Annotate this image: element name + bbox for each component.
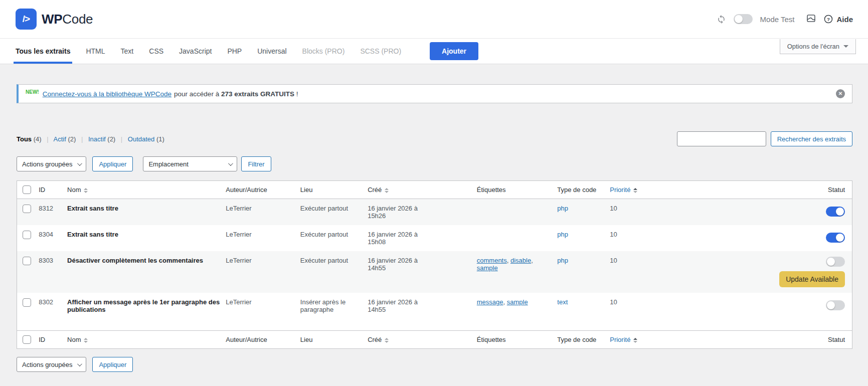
view-separator: | [81,135,83,143]
snippet-type-tabs: Tous les extraits HTML Text CSS JavaScri… [0,39,868,64]
brand-code: Code [62,12,93,27]
sync-icon[interactable] [717,15,726,24]
status-toggle[interactable] [826,207,845,217]
tab-scss-pro[interactable]: SCSS (PRO) [360,39,401,64]
column-statut: Statut [779,181,852,199]
row-checkbox[interactable] [23,205,31,213]
view-inactif-count: (2) [107,135,115,143]
select-all-checkbox[interactable] [23,185,31,194]
column-auteur: Auteur/Autrice [226,331,300,349]
code-type-link[interactable]: php [557,257,568,264]
tab-javascript[interactable]: JavaScript [179,39,212,64]
apply-button[interactable]: Appliquer [92,156,133,171]
column-id: ID [39,181,67,199]
snippet-title-link[interactable]: Extrait sans titre [67,231,118,238]
sort-icon [385,338,389,343]
inbox-icon[interactable] [806,13,816,25]
row-checkbox[interactable] [23,231,31,239]
dismiss-notice-icon[interactable]: ✕ [836,89,845,98]
cell-priority: 10 [610,225,779,251]
new-badge: NEW! [26,89,39,95]
tag-link[interactable]: sample [477,264,498,272]
notice-text: pour accéder à 273 extraits GRATUITS ! [174,90,298,98]
code-type-link[interactable]: text [557,298,568,306]
status-toggle[interactable] [826,233,845,243]
search-snippets-button[interactable]: Rechercher des extraits [771,131,852,146]
code-type-link[interactable]: php [557,205,568,212]
bulk-actions-select-bottom[interactable]: Actions groupées [17,357,86,372]
column-type-de-code: Type de code [557,181,610,199]
column-priorite[interactable]: Priorité [610,181,779,199]
location-filter-value: Emplacement [148,160,188,168]
table-header-row: ID Nom Auteur/Autrice Lieu Créé Étiquett… [17,181,852,199]
wpcode-logo-icon: /> [16,9,37,30]
view-outdated[interactable]: Outdated [128,135,155,143]
list-view-filters: Tous (4) | Actif (2) | Inactif (2) | Out… [17,135,164,143]
row-checkbox[interactable] [23,257,31,265]
table-row: 8312 Extrait sans titre LeTerrier Exécut… [17,199,852,226]
view-inactif[interactable]: Inactif [88,135,106,143]
snippet-title-link[interactable]: Extrait sans titre [67,205,118,212]
cell-location: Exécuter partout [300,225,368,251]
tab-blocks-pro[interactable]: Blocks (PRO) [302,39,345,64]
column-nom[interactable]: Nom [67,331,226,349]
wpcode-logo: /> WPCode [16,9,93,30]
column-lieu: Lieu [300,181,368,199]
tab-universal[interactable]: Universal [257,39,286,64]
tab-html[interactable]: HTML [86,39,105,64]
snippet-title-link[interactable]: Désactiver complètement les commentaires [67,257,203,264]
update-available-button[interactable]: Update Available [779,271,845,287]
column-cree[interactable]: Créé [368,181,477,199]
status-toggle[interactable] [826,300,845,310]
sort-icon [84,338,88,343]
cell-id: 8312 [39,199,67,226]
notice-text-bold: 273 extraits GRATUITS [221,90,294,98]
location-filter-select[interactable]: Emplacement [143,156,237,171]
cell-author: LeTerrier [226,199,300,226]
column-cree[interactable]: Créé [368,331,477,349]
view-tous[interactable]: Tous [17,135,32,143]
cell-author: LeTerrier [226,251,300,293]
select-all-checkbox[interactable] [23,335,31,344]
filter-button[interactable]: Filtrer [241,156,271,171]
screen-options-button[interactable]: Options de l'écran [780,39,856,54]
column-etiquettes: Étiquettes [477,331,558,349]
mode-test-toggle[interactable] [734,14,753,24]
view-separator: | [121,135,122,143]
snippet-title-link[interactable]: Afficher un message après le 1er paragra… [67,298,220,313]
tag-link[interactable]: disable [510,257,531,264]
cell-created: 16 janvier 2026 à 14h55 [368,293,477,331]
column-nom[interactable]: Nom [67,181,226,199]
cell-priority: 10 [610,251,779,293]
row-checkbox[interactable] [23,298,31,307]
tab-css[interactable]: CSS [149,39,163,64]
bulk-actions-select[interactable]: Actions groupées [17,156,86,171]
status-toggle[interactable] [826,257,845,267]
app-header: /> WPCode Mode Test ? Aide [0,0,868,39]
tag-link[interactable]: sample [507,298,528,306]
wpcode-brand-text: WPCode [42,12,93,27]
cell-id: 8304 [39,225,67,251]
library-connect-link[interactable]: Connectez-vous à la bibliothèque WPCode [43,90,171,98]
notice-text-after: ! [294,90,298,98]
column-priorite[interactable]: Priorité [610,331,779,349]
snippets-table: ID Nom Auteur/Autrice Lieu Créé Étiquett… [17,180,852,349]
view-actif[interactable]: Actif [54,135,66,143]
bulk-actions-value: Actions groupées [22,361,72,368]
code-type-link[interactable]: php [557,231,568,238]
table-row: 8304 Extrait sans titre LeTerrier Exécut… [17,225,852,251]
search-input[interactable] [677,131,766,146]
column-etiquettes: Étiquettes [477,181,558,199]
apply-button-bottom[interactable]: Appliquer [92,357,133,372]
help-button[interactable]: ? Aide [824,15,853,24]
table-row: 8302 Afficher un message après le 1er pa… [17,293,852,331]
tab-text[interactable]: Text [121,39,134,64]
tag-link[interactable]: comments [477,257,507,264]
add-snippet-button[interactable]: Ajouter [430,42,478,60]
tab-php[interactable]: PHP [227,39,242,64]
sort-icon [633,188,637,193]
chevron-down-icon [228,161,233,166]
tag-link[interactable]: message [477,298,503,306]
tab-tous-les-extraits[interactable]: Tous les extraits [16,39,70,64]
chevron-down-icon [77,361,82,366]
